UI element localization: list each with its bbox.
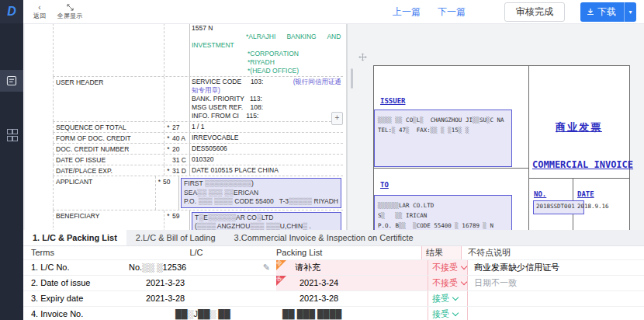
discrepancy-note: 商业发票缺少信用证号 [468,260,644,275]
invoice-title-en: COMMERCIAL INVOICE [532,159,633,170]
zoom-in-button[interactable]: + [331,112,343,125]
next-article-link[interactable]: 下一篇 [438,5,466,19]
download-button[interactable]: 下载 [580,2,624,22]
app-root: D ‹ 返回 全屏显示 上一篇 下一篇 审核完成 [0,0,644,320]
discrepancy-note [468,291,644,306]
invoice-divider [528,66,529,230]
result-select[interactable]: 接受 [428,307,468,320]
lc-document-pane[interactable]: 1557 N *ALRAJHI BANKING AND INVESTMENT *… [25,23,348,230]
table-row: 3. Expiry date 2021-3-28 2021-3-28 接受 [23,291,644,307]
chevron-down-icon [452,310,459,316]
invoice-no-value: 2018SSDT001 [536,202,581,210]
lc-row-form: FORM OF DOC. CREDIT * 40 A IRREVOCABLE [53,133,343,144]
lc-row-bank-header: 1557 N *ALRAJHI BANKING AND INVESTMENT *… [53,23,343,77]
document-viewer: 1557 N *ALRAJHI BANKING AND INVESTMENT *… [23,23,644,230]
lc-row-credit-number: DOC. CREDIT NUMBER * 20 DES505606 [53,144,343,155]
issuer-label: ISSUER [380,97,406,105]
bank-annotation: (银行间信用证通 [293,78,341,86]
changed-badge: 改 [276,276,286,286]
sidebar-item-apps[interactable] [0,124,23,146]
download-menu-button[interactable]: ▾ [624,2,636,22]
chevron-down-icon [452,294,459,301]
invoice-document-pane[interactable]: ISSUER ░░░░ ░░ CO░L░ CHANGZHOU JI░░SU░C … [349,23,644,230]
edit-icon[interactable]: ✎ [263,260,270,275]
lc-row-date-issue: DATE OF ISSUE 31 C 010320 [53,155,343,165]
sidebar: D [0,0,23,320]
header-lc: L/C [123,246,270,259]
prev-article-link[interactable]: 上一篇 [393,5,421,19]
download-split-button: 下载 ▾ [580,2,636,22]
header-packing: Packing List [270,246,421,259]
discrepancy-note [468,307,644,320]
result-select[interactable]: 接受 [428,291,468,306]
comparison-panel: 1. L/C & Packing List 2.L/C & Bill of La… [23,230,644,320]
table-row: 4. Invoice No. ██░J██░ ██ ██ ███ ████ 接受 [23,307,644,320]
invoice-paper: ISSUER ░░░░ ░░ CO░L░ CHANGZHOU JI░░SU░C … [373,65,630,230]
swift-msg-type: 1557 N [192,24,341,33]
lc-row-expiry: DATE/PLACE EXP. * 31 D DATE 010515 PLACE… [53,165,343,176]
download-icon [587,8,594,16]
back-label: 返回 [33,12,46,19]
fullscreen-label: 全屏显示 [57,12,82,19]
document-icon [6,75,17,86]
back-icon: ‹ [38,4,40,12]
caret-down-icon: ▾ [628,9,632,16]
chevron-down-icon [461,263,467,270]
result-select[interactable]: 不接受 [428,276,468,290]
discrepancy-note: 日期不一致 [468,276,644,290]
lc-row-applicant: APPLICANT * 50 FIRST ░░░░░░░░░░) SEA░░ ░… [53,176,343,210]
table-row: 2. Date of issue 2021-3-23 改 2021-3-24 不… [23,276,644,291]
to-label: TO [380,181,389,189]
tab-lc-bill-of-lading[interactable]: 2.L/C & Bill of Lading [126,230,225,245]
comparison-tabbar: 1. L/C & Packing List 2.L/C & Bill of La… [23,230,644,246]
lc-row-user-header: USER HEADER SERVICE CODE 103:(银行间信用证通 知专… [53,77,343,122]
move-handle-icon[interactable] [358,53,367,63]
fullscreen-icon [67,4,74,12]
result-select[interactable]: 不接受 [428,260,468,275]
apps-grid-icon [7,129,16,141]
table-row: 1. L/C No. No.░░ ░12536 ✎ 加 请补充 不接受 商业发票… [23,260,644,276]
app-logo-letter: D [7,5,16,19]
download-label: 下载 [597,5,616,19]
invoice-title-cn: 商业发票 [528,120,629,134]
header-result: 结果 [421,246,462,259]
header-note: 不符点说明 [462,246,644,259]
issuer-highlight: ░░░░ ░░ CO░L░ CHANGZHOU JI░░SU░C NA TEL:… [374,110,512,167]
review-complete-button[interactable]: 审核完成 [504,2,565,22]
to-highlight: ░░░░░░LAR CO.LTD S░ ░░ IRICAN P.O. B░░ ░… [374,195,512,230]
invoice-date-label: DATE [577,190,594,198]
tab-lc-packing-list[interactable]: 1. L/C & Packing List [23,230,126,245]
beneficiary-highlight: T░E░░░░░░AR CO░LTD (░░░░ ANGZHOU░░░ ░░░U… [192,212,341,231]
table-header-row: Terms L/C Packing List 结果 不符点说明 [23,246,644,260]
topbar: ‹ 返回 全屏显示 上一篇 下一篇 审核完成 下载 ▾ [23,0,644,24]
applicant-highlight: FIRST ░░░░░░░░░░) SEA░░ ░░░ ░░ERICAN P.O… [181,178,341,208]
sidebar-item-documents[interactable] [0,70,23,92]
invoice-date-value: 2018.9.16 [577,203,609,210]
tab-invoice-inspection[interactable]: 3.Commercial Invoice & Inspection on Cer… [225,230,423,245]
lc-row-sequence: SEQUENCE OF TOTAL * 27 1 / 1 [53,122,343,133]
added-badge: 加 [276,260,286,270]
back-button[interactable]: ‹ 返回 [33,4,47,19]
invoice-no-label: NO. [534,190,546,198]
app-logo: D [0,0,23,23]
chevron-down-icon [461,279,467,285]
lc-swift-table: 1557 N *ALRAJHI BANKING AND INVESTMENT *… [53,23,343,230]
header-terms: Terms [23,246,123,259]
lc-row-beneficiary: BENEFICIARY * 59 T░E░░░░░░AR CO░LTD (░░░… [53,210,343,231]
fullscreen-button[interactable]: 全屏显示 [56,4,84,19]
vertical-scrollbar[interactable] [351,68,353,89]
